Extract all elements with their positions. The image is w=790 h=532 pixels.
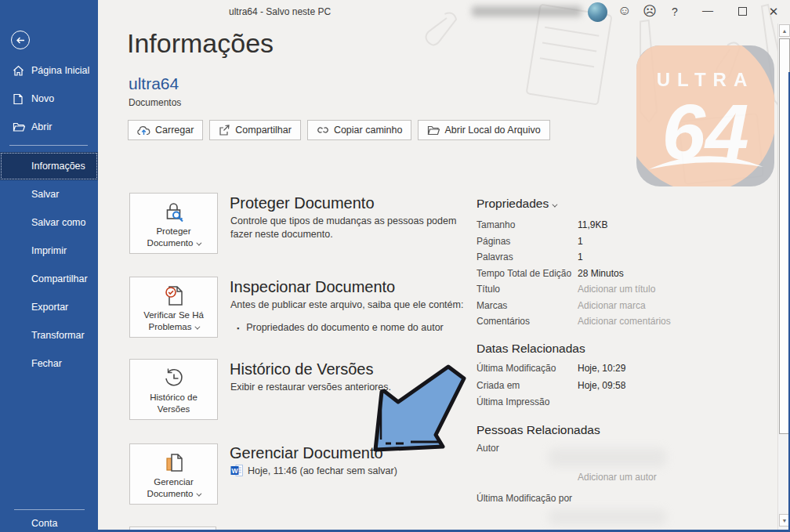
minimize-button[interactable]: — [699,4,716,16]
button-label: Copiar caminho [334,125,403,136]
sidebar-item-exportar[interactable]: Exportar [0,293,98,321]
backstage-sidebar: Página Inicial Novo Abrir Informações Sa… [0,0,98,532]
property-label: Marcas [477,300,578,311]
section-title-historico: Histórico de Versões [230,360,373,378]
sidebar-item-salvar[interactable]: Salvar [0,180,98,208]
annotation-arrow [368,357,470,459]
property-label: Palavras [477,252,578,262]
add-tag-placeholder[interactable]: Adicionar marca [578,300,646,311]
last-modified-by-row: Última Modificação por [477,490,774,507]
abrir-local-button[interactable]: Abrir Local do Arquivo [418,120,549,140]
lock-key-icon [162,201,186,224]
property-row: Tempo Total de Edição28 Minutos [477,266,774,282]
tile-label-text: Proteger Documento [147,226,194,248]
folder-icon [427,125,440,136]
sidebar-divider [9,145,88,146]
scroll-up-button[interactable]: ▲ [779,24,790,37]
add-title-placeholder[interactable]: Adicionar um título [578,284,655,295]
open-folder-icon [13,121,25,132]
close-button[interactable]: ✕ [765,5,782,19]
feedback-smile-icon[interactable]: ☺ [616,3,633,19]
feedback-frown-icon[interactable]: ☹ [641,3,658,20]
sidebar-item-novo[interactable]: Novo [0,86,98,111]
gerenciar-documento-tile-button[interactable]: Gerenciar Documento [129,443,218,505]
carregar-button[interactable]: Carregar [128,120,203,140]
sidebar-item-label: Novo [31,93,54,104]
section-desc-inspecionar: Antes de publicar este arquivo, saiba qu… [230,299,469,312]
tile-label: Proteger Documento [130,226,217,249]
properties-header-label: Propriedades [477,197,549,210]
manage-document-icon [163,451,185,475]
section-title-proteger: Proteger Documento [230,194,375,212]
author-redacted [549,448,666,467]
unsaved-version-item[interactable]: W Hoje, 11:46 (ao fechar sem salvar) [230,465,397,476]
property-label: Comentários [477,316,578,327]
sidebar-item-compartilhar[interactable]: Compartilhar [0,265,98,293]
section-desc-historico: Exibir e restaurar versões anteriores. [230,381,469,394]
section-title-gerenciar: Gerenciar Documento [230,444,383,462]
sidebar-item-label: Página Inicial [31,65,89,76]
sidebar-item-salvar-como[interactable]: Salvar como [0,208,98,237]
tile-label-text: Histórico de Versões [150,393,198,414]
maximize-button[interactable] [738,7,747,16]
file-name: ultra64 [129,74,179,93]
tile-label-text: Gerenciar Documento [147,477,194,498]
word-file-icon: W [230,465,243,476]
unsaved-version-text: Hoje, 11:46 (ao fechar sem salvar) [248,465,397,476]
file-action-buttons: Carregar Compartilhar Copiar caminho Abr… [128,120,550,140]
share-icon [219,125,230,136]
property-value: 28 Minutos [578,268,624,279]
back-button[interactable] [11,31,30,49]
document-check-icon [163,284,185,308]
add-comments-placeholder[interactable]: Adicionar comentários [578,316,671,327]
date-label: Última Impressão [477,396,578,407]
verificar-problemas-tile-button[interactable]: Verificar Se Há Problemas [129,277,218,338]
property-label: Tamanho [477,219,578,230]
sidebar-item-transformar[interactable]: Transformar [0,321,98,349]
tile-label: Verificar Se Há Problemas [130,309,217,333]
sidebar-item-informacoes[interactable]: Informações [0,152,98,180]
watermark-line2: 64 [661,88,748,176]
historico-versoes-tile-button[interactable]: Histórico de Versões [129,359,218,420]
cloud-upload-icon [137,125,150,136]
svg-text:W: W [231,467,238,475]
chevron-down-icon [197,241,202,246]
chevron-down-icon [195,324,201,330]
tile-label-text: Verificar Se Há Problemas [143,310,204,331]
section-title-inspecionar: Inspecionar Documento [230,278,395,296]
button-label: Carregar [155,125,194,136]
sidebar-item-pagina-inicial[interactable]: Página Inicial [0,58,98,83]
sidebar-item-abrir[interactable]: Abrir [0,114,98,139]
last-modified-by-label: Última Modificação por [477,493,572,504]
window-title: ultra64 - Salvo neste PC [229,6,331,17]
property-row: TítuloAdicionar um título [477,281,774,298]
sidebar-divider-bottom [14,509,85,510]
add-author-placeholder[interactable]: Adicionar um autor [578,472,657,483]
property-value: 1 [578,252,583,262]
back-arrow-icon [16,35,26,45]
bullet-icon: ▪ [237,322,239,335]
sidebar-item-fechar[interactable]: Fechar [0,349,98,378]
proteger-documento-tile-button[interactable]: Proteger Documento [129,193,218,254]
property-row: ComentáriosAdicionar comentários [477,313,774,330]
button-label: Compartilhar [235,125,292,136]
properties-header[interactable]: Propriedades [477,197,556,211]
file-location: Documentos [129,97,181,108]
property-row: Tamanho11,9KB [477,217,774,233]
people-header: Pessoas Relacionadas [477,423,600,437]
home-icon [13,65,25,77]
sidebar-item-imprimir[interactable]: Imprimir [0,237,98,265]
chevron-down-icon [553,202,558,208]
user-name-redacted [472,6,582,16]
property-value: 11,9KB [578,219,607,230]
help-icon[interactable]: ? [666,5,683,18]
user-avatar[interactable] [588,2,607,22]
version-history-icon [162,367,186,390]
inspect-bullet-item: ▪ Propriedades do documento e nome do au… [237,322,444,335]
compartilhar-button[interactable]: Compartilhar [209,120,301,140]
copiar-caminho-button[interactable]: Copiar caminho [307,120,412,140]
date-row: Criada emHoje, 09:58 [477,378,774,394]
word-backstage-info-view: ULTRA 64 Página Inicial Novo Abrir [0,0,790,532]
date-row: Última Impressão [477,394,774,411]
date-row: Última ModificaçãoHoje, 10:29 [477,360,774,377]
